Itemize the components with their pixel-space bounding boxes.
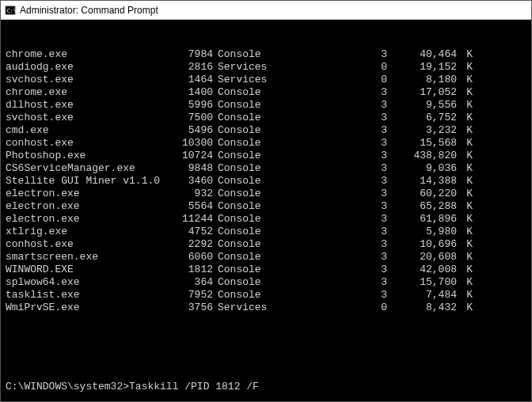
- process-row: conhost.exe2292Console310,696K: [6, 238, 526, 251]
- process-memory-unit: K: [457, 213, 473, 226]
- process-name: svchost.exe: [6, 74, 164, 86]
- process-name: smartscreen.exe: [6, 251, 164, 264]
- prompt-path: C:\WINDOWS\system32>: [6, 381, 129, 393]
- process-session: Console: [213, 276, 276, 289]
- window-title: Administrator: Command Prompt: [20, 5, 158, 16]
- process-memory-unit: K: [457, 276, 473, 289]
- process-pid: 2816: [164, 61, 213, 74]
- process-session-num: 3: [276, 200, 387, 213]
- process-memory-unit: K: [457, 99, 473, 112]
- process-session-num: 3: [276, 276, 387, 289]
- process-pid: 4752: [164, 226, 213, 238]
- process-pid: 6060: [164, 251, 213, 264]
- process-memory-unit: K: [457, 226, 473, 238]
- process-name: xtlrig.exe: [6, 226, 164, 238]
- process-memory: 5,980: [387, 226, 457, 238]
- process-memory: 19,152: [387, 61, 457, 74]
- process-memory-unit: K: [457, 150, 473, 162]
- process-row: electron.exe932Console360,220K: [6, 188, 526, 200]
- process-memory: 42,008: [387, 264, 457, 276]
- process-session: Console: [213, 99, 276, 112]
- process-pid: 5496: [164, 124, 213, 137]
- process-name: WmiPrvSE.exe: [6, 302, 164, 314]
- process-session-num: 3: [276, 150, 387, 162]
- process-name: audiodg.exe: [6, 61, 164, 74]
- process-session: Console: [213, 226, 276, 238]
- process-name: electron.exe: [6, 213, 164, 226]
- process-pid: 10300: [164, 137, 213, 150]
- process-pid: 3460: [164, 175, 213, 188]
- cmd-icon: C:\: [4, 4, 17, 17]
- process-session-num: 3: [276, 86, 387, 99]
- process-session: Console: [213, 48, 276, 61]
- process-session: Console: [213, 112, 276, 124]
- process-row: svchost.exe7500Console36,752K: [6, 112, 526, 124]
- process-session-num: 3: [276, 238, 387, 251]
- process-name: tasklist.exe: [6, 289, 164, 302]
- process-row: splwow64.exe364Console315,700K: [6, 276, 526, 289]
- process-name: chrome.exe: [6, 48, 164, 61]
- process-session: Services: [213, 74, 276, 86]
- process-memory: 40,464: [387, 48, 457, 61]
- process-memory: 8,180: [387, 74, 457, 86]
- process-row: chrome.exe7984Console340,464K: [6, 48, 526, 61]
- process-session-num: 3: [276, 289, 387, 302]
- process-memory: 15,568: [387, 137, 457, 150]
- process-memory: 65,288: [387, 200, 457, 213]
- process-pid: 5564: [164, 200, 213, 213]
- process-memory-unit: K: [457, 112, 473, 124]
- process-memory-unit: K: [457, 302, 473, 314]
- process-session: Console: [213, 200, 276, 213]
- process-name: cmd.exe: [6, 124, 164, 137]
- process-row: xtlrig.exe4752Console35,980K: [6, 226, 526, 238]
- process-session: Console: [213, 188, 276, 200]
- process-row: tasklist.exe7952Console37,484K: [6, 289, 526, 302]
- process-memory: 8,432: [387, 302, 457, 314]
- process-memory-unit: K: [457, 86, 473, 99]
- svg-text:C:\: C:\: [7, 7, 16, 13]
- process-name: conhost.exe: [6, 238, 164, 251]
- process-session-num: 3: [276, 175, 387, 188]
- process-memory: 20,608: [387, 251, 457, 264]
- process-session: Console: [213, 175, 276, 188]
- process-session-num: 3: [276, 226, 387, 238]
- process-session: Console: [213, 213, 276, 226]
- process-session: Console: [213, 137, 276, 150]
- process-session: Console: [213, 162, 276, 175]
- process-row: electron.exe11244Console361,896K: [6, 213, 526, 226]
- process-memory-unit: K: [457, 264, 473, 276]
- process-memory-unit: K: [457, 200, 473, 213]
- process-row: dllhost.exe5996Console39,556K: [6, 99, 526, 112]
- process-pid: 2292: [164, 238, 213, 251]
- process-row: Photoshop.exe10724Console3438,820K: [6, 150, 526, 162]
- process-name: Photoshop.exe: [6, 150, 164, 162]
- process-memory: 14,388: [387, 175, 457, 188]
- process-row: WINWORD.EXE1812Console342,008K: [6, 264, 526, 276]
- process-memory-unit: K: [457, 188, 473, 200]
- process-memory: 9,556: [387, 99, 457, 112]
- process-memory: 10,696: [387, 238, 457, 251]
- process-session: Console: [213, 150, 276, 162]
- process-pid: 7500: [164, 112, 213, 124]
- process-session: Console: [213, 289, 276, 302]
- process-memory: 60,220: [387, 188, 457, 200]
- terminal-output[interactable]: chrome.exe7984Console340,464Kaudiodg.exe…: [1, 20, 531, 401]
- process-session-num: 0: [276, 74, 387, 86]
- process-row: cmd.exe5496Console33,232K: [6, 124, 526, 137]
- process-session: Services: [213, 302, 276, 314]
- process-memory-unit: K: [457, 61, 473, 74]
- process-pid: 9848: [164, 162, 213, 175]
- process-name: Stellite GUI Miner v1.1.0: [6, 175, 164, 188]
- process-memory-unit: K: [457, 74, 473, 86]
- process-memory: 438,820: [387, 150, 457, 162]
- process-session-num: 3: [276, 188, 387, 200]
- process-memory: 6,752: [387, 112, 457, 124]
- process-name: svchost.exe: [6, 112, 164, 124]
- process-name: electron.exe: [6, 188, 164, 200]
- process-session: Console: [213, 264, 276, 276]
- process-name: CS6ServiceManager.exe: [6, 162, 164, 175]
- process-memory: 9,036: [387, 162, 457, 175]
- process-session: Services: [213, 61, 276, 74]
- title-bar[interactable]: C:\ Administrator: Command Prompt: [1, 1, 531, 20]
- process-row: audiodg.exe2816Services019,152K: [6, 61, 526, 74]
